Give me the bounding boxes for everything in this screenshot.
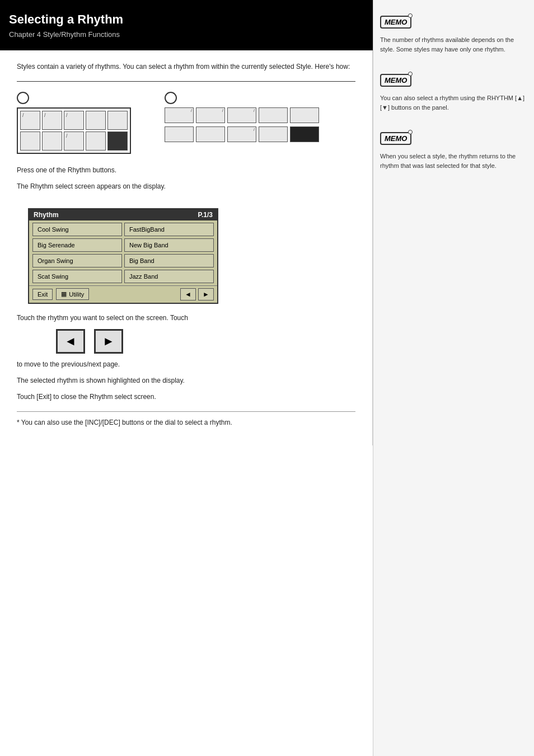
slash-2-3: / — [66, 133, 68, 139]
next-page-button[interactable]: ► — [198, 288, 214, 300]
memo-circle-1 — [408, 13, 413, 18]
btn-cell-2-5[interactable] — [107, 132, 128, 151]
rhythm-item-big-band[interactable]: Big Band — [124, 254, 214, 267]
rdiag-btn-1-3[interactable]: / — [227, 107, 256, 123]
memo-block-1: MEMO The number of rhythms available dep… — [380, 9, 527, 54]
memo-block-3: MEMO When you select a style, the rhythm… — [380, 125, 527, 170]
rdiag-row-1: / / / — [165, 107, 319, 123]
slash-1-1: / — [22, 112, 24, 118]
memo-text-2: You can also select a rhythm using the R… — [380, 93, 527, 112]
screen-header: Rhythm P.1/3 — [29, 209, 217, 220]
body-text-1: Styles contain a variety of rhythms. You… — [17, 62, 355, 72]
screen-footer: Exit ▦ Utility ◄ ► — [29, 285, 217, 303]
body-text-4: Touch the rhythm you want to select on t… — [17, 313, 355, 323]
rdiag-btn-2-5[interactable] — [290, 126, 319, 142]
screen-title: Rhythm — [34, 211, 59, 219]
next-arrow-button[interactable]: ► — [94, 329, 123, 354]
right-diagram: / / / / — [165, 92, 319, 142]
memo-badge-2: MEMO — [380, 74, 411, 87]
rhythm-item-new-big-band[interactable]: New Big Band — [124, 238, 214, 252]
button-grid: / / / / — [17, 107, 131, 154]
body-text-6: The selected rhythm is shown highlighted… — [17, 375, 355, 386]
rdiag-slash-1-3: / — [254, 108, 255, 113]
btn-cell-1-2[interactable]: / — [42, 111, 62, 130]
utility-button[interactable]: ▦ Utility — [56, 288, 89, 300]
btn-cell-1-3[interactable]: / — [64, 111, 84, 130]
memo-label-1: MEMO — [385, 18, 407, 26]
prev-arrow-button[interactable]: ◄ — [56, 329, 85, 354]
prev-page-button[interactable]: ◄ — [180, 288, 196, 300]
rdiag-btn-1-1[interactable]: / — [165, 107, 194, 123]
utility-icon: ▦ — [61, 290, 67, 298]
right-circle — [165, 92, 177, 104]
exit-button[interactable]: Exit — [32, 289, 53, 300]
rhythm-screen: Rhythm P.1/3 Cool Swing FastBigBand Big … — [28, 208, 218, 304]
btn-cell-2-4[interactable] — [86, 132, 106, 151]
btn-cell-2-2[interactable] — [42, 132, 62, 151]
diagram-row: / / / / / / — [17, 92, 355, 154]
rdiag-btn-2-4[interactable] — [259, 126, 288, 142]
memo-circle-2 — [408, 72, 413, 76]
slash-1-3: / — [66, 112, 68, 118]
rdiag-btn-2-1[interactable] — [165, 126, 194, 142]
left-circle-label — [17, 92, 29, 104]
rhythm-item-big-serenade[interactable]: Big Serenade — [32, 238, 122, 252]
screen-page: P.1/3 — [198, 211, 213, 219]
memo-block-2: MEMO You can also select a rhythm using … — [380, 67, 527, 112]
rhythm-item-scat-swing[interactable]: Scat Swing — [32, 270, 122, 283]
rdiag-btn-2-3[interactable]: / — [227, 126, 256, 142]
bottom-divider — [17, 411, 355, 412]
screen-body: Cool Swing FastBigBand Big Serenade New … — [29, 220, 217, 285]
memo-badge-1: MEMO — [380, 16, 411, 29]
btn-cell-1-5[interactable] — [107, 111, 128, 130]
rhythm-screen-container: Rhythm P.1/3 Cool Swing FastBigBand Big … — [28, 208, 218, 304]
utility-label: Utility — [69, 291, 84, 298]
body-text-3: The Rhythm select screen appears on the … — [17, 181, 355, 192]
large-arrow-group: ◄ ► — [56, 329, 355, 354]
rdiag-btn-1-4[interactable] — [259, 107, 288, 123]
rdiag-btn-1-5[interactable] — [290, 107, 319, 123]
memo-text-3: When you select a style, the rhythm retu… — [380, 152, 527, 170]
memo-badge-3: MEMO — [380, 132, 411, 145]
rdiag-slash-1-2: / — [222, 108, 223, 113]
left-circle — [17, 92, 29, 104]
main-content: Styles contain a variety of rhythms. You… — [0, 50, 373, 445]
right-sidebar: MEMO The number of rhythms available dep… — [373, 0, 534, 756]
memo-circle-3 — [408, 130, 413, 134]
rdiag-row-2: / — [165, 126, 319, 142]
btn-cell-1-1[interactable]: / — [20, 111, 40, 130]
rdiag-slash-2-3: / — [254, 127, 255, 132]
right-circle-label — [165, 92, 177, 104]
memo-label-2: MEMO — [385, 76, 407, 84]
rhythm-item-jazz-band[interactable]: Jazz Band — [124, 270, 214, 283]
btn-cell-1-4[interactable] — [86, 111, 106, 130]
rdiag-btn-1-2[interactable]: / — [196, 107, 225, 123]
left-diagram: / / / / — [17, 92, 131, 154]
bottom-note: * You can also use the [INC]/[DEC] butto… — [17, 417, 355, 428]
btn-cell-2-1[interactable] — [20, 132, 40, 151]
rdiag-btn-2-2[interactable] — [196, 126, 225, 142]
body-text-5: to move to the previous/next page. — [17, 359, 355, 370]
body-text-7: Touch [Exit] to close the Rhythm select … — [17, 392, 355, 402]
body-text-2: Press one of the Rhythm buttons. — [17, 165, 355, 176]
memo-label-3: MEMO — [385, 134, 407, 143]
memo-text-1: The number of rhythms available depends … — [380, 35, 527, 54]
rhythm-item-cool-swing[interactable]: Cool Swing — [32, 223, 122, 236]
rhythm-item-organ-swing[interactable]: Organ Swing — [32, 254, 122, 267]
btn-cell-2-3[interactable]: / — [64, 132, 84, 151]
right-diagram-inner: / / / / — [165, 107, 319, 142]
slash-1-2: / — [44, 112, 46, 118]
section-divider — [17, 81, 355, 82]
rdiag-slash-1-1: / — [191, 108, 192, 113]
rhythm-item-fastbigband[interactable]: FastBigBand — [124, 223, 214, 236]
